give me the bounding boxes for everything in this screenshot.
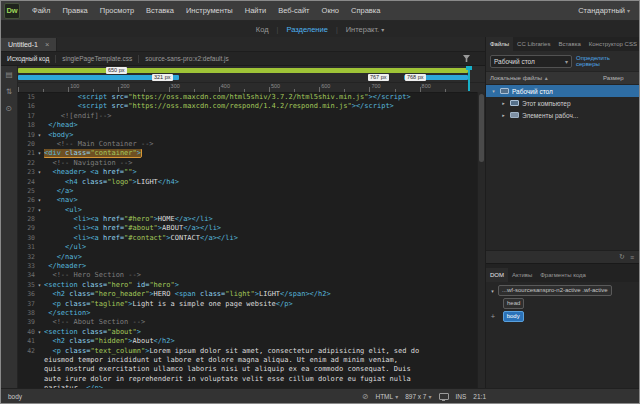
code-line[interactable]: 42 <p class="text_column">Lorem ipsum do…: [18, 347, 485, 356]
tab-активы[interactable]: Активы: [508, 268, 536, 282]
menu-item[interactable]: Веб-сайт: [272, 1, 315, 20]
related-file[interactable]: source-sans-pro:x2:default.js: [139, 52, 234, 65]
code-line[interactable]: 25 </a>: [18, 187, 485, 196]
media-query-label[interactable]: 767 px: [368, 74, 389, 81]
column-local-files[interactable]: Локальные файлы ▲: [486, 75, 603, 81]
dom-element-pill[interactable]: head: [503, 298, 524, 309]
live-view-options-icon[interactable]: ⊙: [6, 105, 12, 113]
chevron-down-icon[interactable]: ▾: [489, 288, 496, 294]
doctype-dropdown[interactable]: HTML ▾: [375, 393, 398, 400]
tab-вставка[interactable]: Вставка: [554, 37, 584, 51]
menu-item[interactable]: Инструменты: [180, 1, 239, 20]
dom-row[interactable]: head: [486, 297, 639, 310]
filter-icon[interactable]: [462, 54, 471, 63]
tree-row[interactable]: ▾Рабочий стол: [486, 85, 639, 97]
code-line[interactable]: 39 <!-- About Section -->: [18, 318, 485, 327]
device-preview-icon[interactable]: [439, 393, 449, 400]
code-line[interactable]: 24 <h4 class="logo">LIGHT</h4>: [18, 178, 485, 187]
code-line[interactable]: 38 </section>: [18, 309, 485, 318]
fold-arrow-icon[interactable]: ▾: [35, 328, 44, 337]
tab-конструктор-css[interactable]: Конструктор CSS: [585, 37, 639, 51]
define-servers-link[interactable]: Определить серверы: [576, 55, 635, 68]
code-line[interactable]: 19▾ <body>: [18, 131, 485, 140]
tab-cc-libraries[interactable]: CC Libraries: [513, 37, 554, 51]
code-line[interactable]: 37 <p class="tagline">Light is a simple …: [18, 300, 485, 309]
code-editor[interactable]: 15 <script src="https://oss.maxcdn.com/h…: [18, 93, 485, 389]
chevron-down-icon[interactable]: ▾: [490, 88, 497, 94]
lint-status-icon[interactable]: ⊘: [362, 392, 368, 401]
code-line[interactable]: 29 <li><a href="#about">ABOUT</a></li>: [18, 224, 485, 233]
menu-item[interactable]: Найти: [239, 1, 272, 20]
chevron-right-icon[interactable]: ▸: [500, 112, 507, 118]
dom-row[interactable]: + body: [486, 310, 639, 323]
code-line[interactable]: 35▾<section class="hero" id="hero">: [18, 281, 485, 290]
code-line[interactable]: 33 </header>: [18, 262, 485, 271]
code-line[interactable]: 15 <script src="https://oss.maxcdn.com/h…: [18, 93, 485, 102]
dom-row[interactable]: ▾...wf-sourcesanspro-n2-active .wf-activ…: [486, 284, 639, 297]
menu-item[interactable]: Справка: [345, 1, 386, 20]
scrollbar-thumb[interactable]: [479, 94, 484, 162]
media-query-label[interactable]: 650 px: [106, 67, 127, 74]
code-line[interactable]: 41 <h2 class="hidden">About</h2>: [18, 337, 485, 346]
add-element-button[interactable]: +: [489, 312, 497, 321]
open-documents-icon[interactable]: ▤: [5, 71, 12, 79]
menu-item[interactable]: Окно: [316, 1, 345, 20]
tree-row[interactable]: ▸Этот компьютер: [486, 97, 639, 109]
code-line[interactable]: 23▾ <header> <a href="">: [18, 168, 485, 177]
fold-arrow-icon[interactable]: ▾: [35, 206, 44, 215]
document-width-marker[interactable]: [468, 66, 470, 91]
site-dropdown[interactable]: Рабочий стол ▾: [490, 55, 572, 68]
fold-arrow-icon[interactable]: ▾: [35, 131, 44, 140]
menu-item[interactable]: Вставка: [140, 1, 180, 20]
dom-element-pill[interactable]: ...wf-sourcesanspro-n2-active .wf-active: [498, 285, 612, 296]
code-line[interactable]: 30 <li><a href="#contact">CONTACT</a></l…: [18, 234, 485, 243]
code-line[interactable]: 20 <!-- Main Container -->: [18, 140, 485, 149]
workspace-switcher[interactable]: Стандартный ▾: [578, 6, 639, 15]
window-size-dropdown[interactable]: 897 x 7 ▾: [405, 393, 431, 400]
code-line[interactable]: 31 </ul>: [18, 243, 485, 252]
chevron-right-icon[interactable]: ▸: [500, 100, 507, 106]
fold-arrow-icon[interactable]: ▾: [35, 196, 44, 205]
code-line[interactable]: quis nostrud exercitation ullamco labori…: [18, 365, 485, 374]
related-file[interactable]: singlePageTemplate.css: [56, 52, 138, 65]
code-line[interactable]: 26▾ <nav>: [18, 196, 485, 205]
tree-row[interactable]: ▸Элементы рабоч...: [486, 109, 639, 121]
fold-arrow-icon[interactable]: ▾: [35, 149, 44, 158]
code-line[interactable]: eiusmod tempor incididunt ut labore et d…: [18, 356, 485, 365]
editor-scrollbar[interactable]: [477, 92, 485, 389]
document-tab[interactable]: Untitled-1 ×: [1, 38, 57, 51]
code-line[interactable]: 36 <h2 class="hero_header">HERO <span cl…: [18, 290, 485, 299]
code-line[interactable]: aute irure dolor in reprehenderit in vol…: [18, 375, 485, 384]
log-icon[interactable]: ≡: [630, 254, 634, 261]
media-query-label[interactable]: 321 px: [152, 74, 173, 81]
related-file[interactable]: Исходный код: [1, 52, 55, 65]
view-mode[interactable]: Интеракт.▾: [338, 25, 392, 34]
media-query-label[interactable]: 768 px: [405, 74, 426, 81]
tag-selector-body[interactable]: body: [8, 393, 22, 400]
code-line[interactable]: 16 <script src="https://oss.maxcdn.com/r…: [18, 102, 485, 111]
code-line[interactable]: 22 <!-- Navigation -->: [18, 159, 485, 168]
tab-фрагменты-кода[interactable]: Фрагменты кода: [536, 268, 590, 282]
code-line[interactable]: 32 </nav>: [18, 253, 485, 262]
visual-media-queries-bar[interactable]: 650 px321 px767 px768 px: [18, 66, 485, 83]
fold-arrow-icon[interactable]: ▾: [35, 281, 44, 290]
refresh-icon[interactable]: ↻: [619, 253, 625, 261]
code-line[interactable]: 17 <![endif]-->: [18, 112, 485, 121]
view-mode[interactable]: Код: [248, 25, 277, 34]
view-mode[interactable]: Разделение: [278, 25, 335, 34]
code-line[interactable]: 40▾<section class="about">: [18, 328, 485, 337]
tab-dom[interactable]: DOM: [486, 268, 508, 282]
code-line[interactable]: 28 <li><a href="#hero">HOME</a></li>: [18, 215, 485, 224]
fold-arrow-icon[interactable]: ▾: [35, 168, 44, 177]
menu-item[interactable]: Просмотр: [94, 1, 140, 20]
code-line[interactable]: 21▾<div class="container">: [18, 149, 485, 158]
close-icon[interactable]: ×: [45, 40, 49, 49]
menu-item[interactable]: Файл: [26, 1, 56, 20]
column-size[interactable]: Размер: [603, 75, 639, 81]
code-line[interactable]: 27▾ <ul>: [18, 206, 485, 215]
file-management-icon[interactable]: ⇅: [6, 88, 12, 96]
media-query-bar[interactable]: [18, 68, 468, 73]
code-line[interactable]: 18 </head>: [18, 121, 485, 130]
dom-element-pill[interactable]: body: [503, 311, 524, 322]
tab-файлы[interactable]: Файлы: [486, 37, 513, 51]
